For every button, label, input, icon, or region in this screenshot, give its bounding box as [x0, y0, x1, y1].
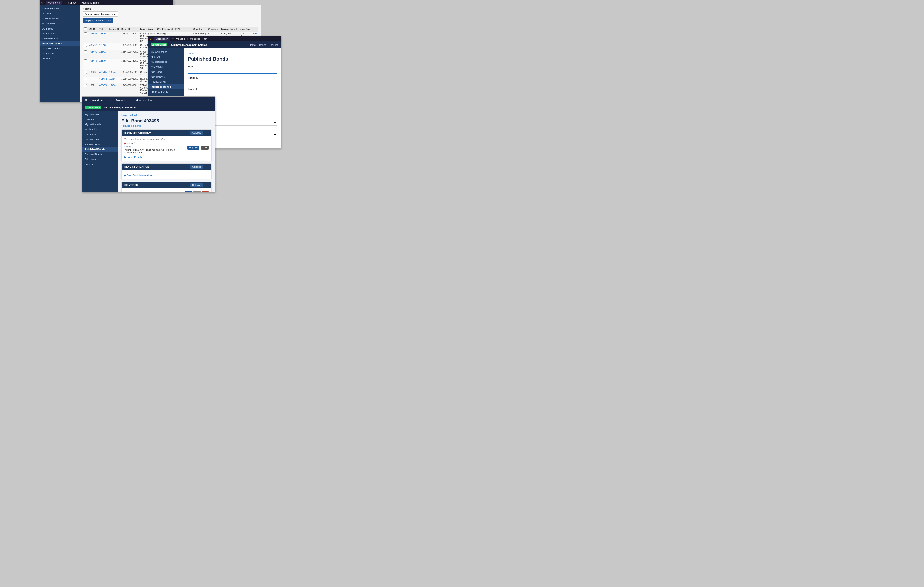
sidebar-item-all-drafts[interactable]: All drafts	[40, 11, 80, 16]
replace-button[interactable]: Replace	[188, 146, 200, 150]
breadcrumb-bond-id[interactable]: 403495	[130, 114, 139, 117]
tab-manage-2[interactable]: Manage	[176, 38, 185, 40]
nav-bonds-link[interactable]: Bonds	[259, 43, 266, 46]
sidebar-item-my-workbench[interactable]: My Workbench	[40, 6, 80, 11]
row-checkbox[interactable]	[84, 84, 87, 87]
row-checkbox[interactable]	[84, 44, 87, 47]
issuer-id-filter-input[interactable]	[188, 80, 277, 85]
cbid-link[interactable]: 403489	[89, 59, 97, 62]
identifier-dots-button[interactable]: ⋮	[204, 183, 209, 187]
tab-montrose-2[interactable]: Montrose Team	[190, 38, 207, 40]
tab-manage-3[interactable]: Manage	[116, 99, 126, 102]
issuer-id-link[interactable]: 11756	[109, 77, 116, 80]
collapse-link[interactable]: collapse	[121, 124, 130, 127]
identifier-del-button[interactable]: Del	[202, 191, 209, 192]
sidebar2-published-bonds[interactable]: Published Bonds	[148, 84, 184, 89]
identifier-section-controls: Collapse ⋮	[190, 183, 209, 187]
sidebar-item-add-issuer[interactable]: Add Issuer	[40, 51, 80, 56]
issuer-edit-button[interactable]: Edit	[201, 146, 209, 150]
pencil-icon: ✏	[43, 22, 45, 25]
identifier-collapse-button[interactable]: Collapse	[190, 183, 203, 187]
sidebar3-all-drafts[interactable]: All drafts	[82, 117, 118, 122]
sidebar3-archived-bonds[interactable]: Archived Bonds	[82, 152, 118, 157]
row-checkbox[interactable]	[84, 33, 87, 35]
title-link[interactable]: 403485	[99, 71, 107, 74]
sidebar2-add-tranche[interactable]: Add Tranche	[148, 74, 184, 79]
sidebar-item-archived-bonds[interactable]: Archived Bonds	[40, 46, 80, 51]
issuer-row: 13379 Issuer Full Name: Credit Agricole …	[124, 146, 209, 154]
breadcrumb-home[interactable]: Home	[188, 52, 194, 54]
row-checkbox[interactable]	[84, 51, 87, 53]
title-filter-field: Title	[188, 65, 277, 74]
title-link[interactable]: 13841	[99, 51, 106, 53]
sidebar3-my-edits[interactable]: ✏ My edits	[82, 127, 118, 132]
sidebar3-add-bond[interactable]: Add Bond	[82, 132, 118, 137]
cbid-link[interactable]: 403490	[89, 51, 97, 53]
tab-workbench-3[interactable]: Workbench	[92, 99, 106, 102]
sidebar-item-review-bonds[interactable]: Review Bonds	[40, 36, 80, 41]
workbench-logo-1: ⚙	[41, 2, 43, 4]
cbid-link[interactable]: 403492	[89, 44, 97, 46]
sidebar2-all-drafts[interactable]: All drafts	[148, 54, 184, 59]
identifier-actions: Add Edit Del	[185, 191, 209, 192]
issuer-details-toggle[interactable]: ▶ Issuer Details *	[124, 156, 209, 159]
sidebar2-my-edits[interactable]: ✏ My edits	[148, 64, 184, 69]
sidebar-item-draft-bonds[interactable]: My draft bonds	[40, 16, 80, 21]
title-link[interactable]: 403479	[99, 84, 107, 87]
action-bar: Action Archive current revision ▾ ▾ Appl…	[82, 7, 258, 25]
deal-dots-button[interactable]: ⋮	[204, 165, 209, 169]
title-link[interactable]: 403482	[99, 77, 107, 80]
sep-2: |	[79, 2, 80, 4]
identifier-edit-button[interactable]: Edit	[193, 191, 201, 192]
issuer-dots-button[interactable]: ⋮	[204, 131, 209, 135]
sidebar2-review-bonds[interactable]: Review Bonds	[148, 79, 184, 84]
col-cbid: CBID	[88, 27, 98, 32]
cbid-link[interactable]: 403495	[89, 33, 97, 35]
bond-id-cell: 1543400001001	[120, 83, 139, 95]
issuer-id-link[interactable]: 10574	[109, 71, 116, 74]
deal-basic-toggle[interactable]: ▶ Deal Basic Information *	[124, 174, 209, 177]
sidebar3-published-bonds[interactable]: Published Bonds	[82, 147, 118, 152]
title-link[interactable]: 13379	[99, 33, 106, 35]
deal-collapse-button[interactable]: Collapse	[190, 165, 203, 169]
bond-id-filter-input[interactable]	[188, 91, 277, 96]
row-checkbox[interactable]	[84, 71, 87, 74]
issuer-info: 13379 Issuer Full Name: Credit Agricole …	[124, 146, 186, 154]
sidebar-item-my-edits[interactable]: ✏ My edits	[40, 21, 80, 26]
nav-issuers-link[interactable]: Issuers	[270, 43, 278, 46]
sidebar3-add-tranche[interactable]: Add Tranche	[82, 137, 118, 142]
tab-montrose-3[interactable]: Montrose Team	[135, 99, 154, 102]
issuer-collapse-button[interactable]: Collapse	[190, 131, 203, 135]
identifier-add-button[interactable]: Add	[185, 191, 192, 192]
archive-button[interactable]: Archive current revision ▾ ▾	[82, 12, 118, 16]
row-checkbox[interactable]	[84, 59, 87, 62]
tab-montrose-1[interactable]: Montrose Team	[82, 2, 99, 4]
issuer-id-link[interactable]: 15434	[109, 84, 116, 87]
row-checkbox[interactable]	[84, 77, 87, 81]
tab-manage-1[interactable]: Manage	[68, 2, 77, 4]
sidebar2-my-workbench[interactable]: My Workbench	[148, 49, 184, 54]
sidebar-item-published-bonds[interactable]: Published Bonds	[40, 41, 80, 46]
sidebar3-review-bonds[interactable]: Review Bonds	[82, 142, 118, 147]
tab-workbench-2[interactable]: Workbench	[154, 37, 170, 41]
tab-workbench-1[interactable]: Workbench	[46, 1, 61, 5]
select-all-checkbox[interactable]	[84, 28, 87, 30]
title-filter-input[interactable]	[188, 69, 277, 74]
nav-home-link[interactable]: Home	[249, 43, 256, 46]
title-link[interactable]: 10016	[99, 44, 106, 46]
row-edit-link[interactable]: edit	[253, 33, 257, 35]
sidebar2-add-bond[interactable]: Add Bond	[148, 69, 184, 74]
sidebar3-issuers[interactable]: Issuers	[82, 162, 118, 167]
breadcrumb-home-3[interactable]: Home	[121, 114, 128, 117]
sidebar-item-issuers[interactable]: Issuers	[40, 56, 80, 61]
sidebar2-archived-bonds[interactable]: Archived Bonds	[148, 89, 184, 94]
title-link[interactable]: 13379	[99, 59, 106, 62]
expand-link[interactable]: expand	[132, 124, 140, 127]
sidebar-item-add-tranche[interactable]: Add Tranche	[40, 31, 80, 36]
sidebar-item-add-bond[interactable]: Add Bond	[40, 26, 80, 31]
sidebar3-draft-bonds[interactable]: My draft bonds	[82, 122, 118, 127]
sidebar3-add-issuer[interactable]: Add Issuer	[82, 157, 118, 162]
sidebar2-draft-bonds[interactable]: My draft bonds	[148, 59, 184, 64]
apply-button[interactable]: Apply to selected items	[82, 18, 114, 23]
sidebar3-my-workbench[interactable]: My Workbench	[82, 112, 118, 117]
